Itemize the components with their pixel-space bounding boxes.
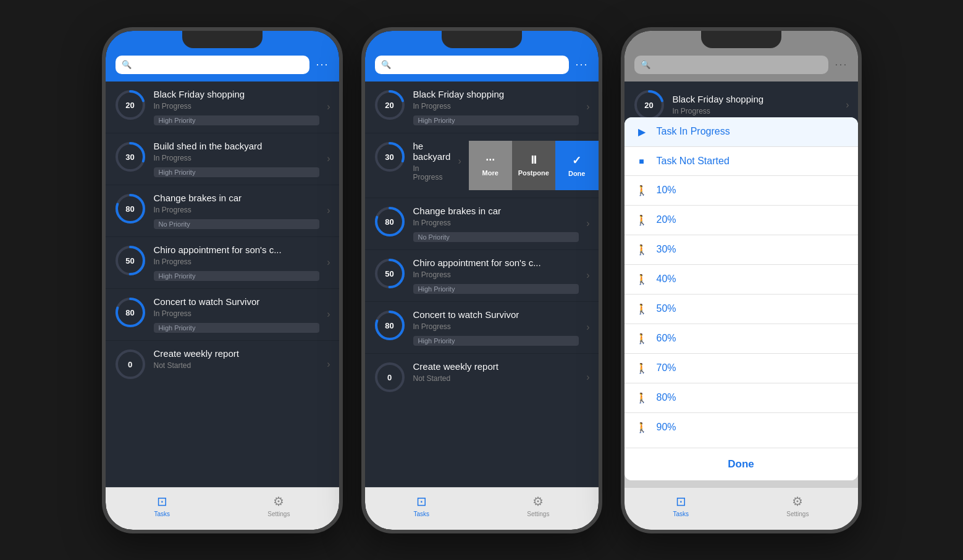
chevron-1-1: › [327, 101, 330, 112]
task-name-2-2: he backyard [413, 141, 451, 162]
done-label: Done [568, 170, 586, 177]
task-item-2-4[interactable]: 50 Chiro appointment for son's c... In P… [365, 250, 599, 302]
dropdown-label-70: 70% [657, 362, 676, 374]
more-label: More [482, 169, 498, 177]
task-badge-1-1: High Priority [154, 115, 320, 125]
task-name-1-3: Change brakes in car [154, 193, 320, 203]
search-bar-2[interactable]: 🔍 [375, 56, 570, 74]
tab-settings-1[interactable]: ⚙ Settings [267, 494, 290, 517]
task-status-1-1: In Progress [154, 102, 320, 111]
progress-label-3-bg: 20 [644, 100, 653, 109]
task-name-2-4: Chiro appointment for son's c... [413, 257, 579, 268]
progress-label-2-4: 50 [385, 269, 393, 278]
tasks-tab-label-1: Tasks [154, 511, 170, 517]
more-button-3[interactable]: ··· [835, 58, 847, 71]
task-name-1-4: Chiro appointment for son's c... [154, 244, 320, 255]
dropdown-item-70[interactable]: 🚶 70% [624, 354, 858, 383]
more-button-2[interactable]: ··· [575, 58, 588, 71]
progress-label-2-5: 80 [385, 320, 393, 330]
swipe-done-btn[interactable]: ✓ Done [555, 141, 599, 190]
task-status-1-2: In Progress [154, 154, 320, 162]
task-status-1-4: In Progress [154, 257, 320, 266]
tab-settings-3[interactable]: ⚙ Settings [786, 494, 809, 517]
search-input-1[interactable] [135, 60, 304, 70]
chevron-1-6: › [327, 359, 330, 370]
settings-tab-label-1: Settings [267, 511, 290, 517]
progress-circle-1-5: 80 [114, 296, 146, 328]
task-item-2-3[interactable]: 80 Change brakes in car In Progress No P… [365, 198, 599, 250]
walk-icon-90: 🚶 [634, 422, 649, 433]
progress-circle-1-1: 20 [114, 89, 146, 121]
walk-icon-50: 🚶 [634, 303, 649, 315]
task-item-2-2[interactable]: 30 he backyard In Progress › ··· More [365, 133, 599, 198]
progress-label-2-2: 30 [385, 152, 393, 161]
progress-circle-2-3: 80 [374, 206, 406, 238]
dropdown-item-10[interactable]: 🚶 10% [624, 176, 858, 206]
search-bar-1[interactable]: 🔍 [116, 56, 310, 74]
search-input-2[interactable] [395, 60, 563, 70]
progress-label-1-3: 80 [125, 204, 134, 213]
progress-circle-1-2: 30 [114, 141, 146, 173]
task-item-1-3[interactable]: 80 Change brakes in car In Progress No P… [106, 185, 339, 237]
notch-1 [182, 31, 263, 48]
tab-tasks-1[interactable]: ⊡ Tasks [154, 494, 170, 517]
task-item-1-2[interactable]: 30 Build shed in the backyard In Progres… [106, 133, 339, 185]
progress-label-1-1: 20 [125, 100, 134, 109]
task-name-3-bg: Black Friday shopping [673, 94, 839, 104]
task-item-2-6[interactable]: 0 Create weekly report Not Started › [365, 354, 599, 401]
dropdown-label-90: 90% [657, 422, 676, 433]
task-item-1-5[interactable]: 80 Concert to watch Survivor In Progress… [106, 289, 339, 341]
task-item-1-4[interactable]: 50 Chiro appointment for son's c... In P… [106, 237, 339, 289]
task-item-1-6[interactable]: 0 Create weekly report Not Started › [106, 341, 339, 388]
task-name-1-2: Build shed in the backyard [154, 141, 320, 151]
dropdown-item-not-started[interactable]: ■ Task Not Started [624, 147, 858, 176]
dropdown-item-in-progress[interactable]: ▶ Task In Progress [624, 117, 858, 147]
chevron-2-6: › [586, 372, 589, 383]
done-button-3[interactable]: Done [624, 448, 858, 480]
dropdown-scroll-3[interactable]: ▶ Task In Progress ■ Task Not Started 🚶 … [624, 117, 858, 448]
dropdown-label-10: 10% [657, 185, 676, 196]
progress-label-1-6: 0 [128, 359, 132, 369]
walk-icon-20: 🚶 [634, 214, 649, 226]
dropdown-item-80[interactable]: 🚶 80% [624, 383, 858, 413]
dropdown-item-50[interactable]: 🚶 50% [624, 295, 858, 324]
dropdown-item-40[interactable]: 🚶 40% [624, 265, 858, 295]
task-name-1-6: Create weekly report [154, 348, 320, 359]
walk-icon-30: 🚶 [634, 244, 649, 256]
task-status-1-5: In Progress [154, 309, 320, 318]
search-bar-3[interactable]: 🔍 [634, 56, 829, 74]
tab-settings-2[interactable]: ⚙ Settings [527, 494, 549, 517]
task-badge-1-2: High Priority [154, 167, 320, 177]
task-info-1-6: Create weekly report Not Started [154, 348, 320, 370]
progress-label-2-3: 80 [385, 217, 393, 226]
postpone-icon: ⏸ [528, 154, 539, 167]
dropdown-item-20[interactable]: 🚶 20% [624, 206, 858, 235]
task-item-2-1[interactable]: 20 Black Friday shopping In Progress Hig… [365, 81, 599, 133]
task-info-2-3: Change brakes in car In Progress No Prio… [413, 206, 579, 242]
swipe-more-btn[interactable]: ··· More [469, 141, 512, 190]
walk-icon-10: 🚶 [634, 185, 649, 196]
tab-tasks-2[interactable]: ⊡ Tasks [414, 494, 430, 517]
progress-circle-2-1: 20 [374, 89, 406, 121]
task-row-content-2-2: 30 he backyard In Progress › [374, 141, 461, 182]
task-name-2-1: Black Friday shopping [413, 89, 579, 99]
tasks-tab-label-2: Tasks [414, 511, 430, 517]
task-info-2-6: Create weekly report Not Started [413, 361, 579, 383]
dropdown-item-90[interactable]: 🚶 90% [624, 413, 858, 442]
search-icon-3: 🔍 [641, 60, 650, 69]
task-item-2-5[interactable]: 80 Concert to watch Survivor In Progress… [365, 302, 599, 354]
dropdown-item-60[interactable]: 🚶 60% [624, 324, 858, 354]
task-badge-1-4: High Priority [154, 271, 320, 281]
more-button-1[interactable]: ··· [316, 58, 329, 71]
more-icon: ··· [486, 154, 495, 167]
swipe-postpone-btn[interactable]: ⏸ Postpone [512, 141, 555, 190]
task-badge-1-5: High Priority [154, 323, 320, 333]
task-status-2-5: In Progress [413, 322, 579, 331]
dropdown-item-30[interactable]: 🚶 30% [624, 235, 858, 265]
progress-circle-1-6: 0 [114, 348, 146, 380]
settings-tab-icon-1: ⚙ [273, 494, 284, 509]
task-item-1-1[interactable]: 20 Black Friday shopping In Progress Hig… [106, 81, 339, 133]
tab-tasks-3[interactable]: ⊡ Tasks [673, 494, 689, 517]
walk-icon-60: 🚶 [634, 333, 649, 345]
search-input-3[interactable] [654, 60, 823, 70]
